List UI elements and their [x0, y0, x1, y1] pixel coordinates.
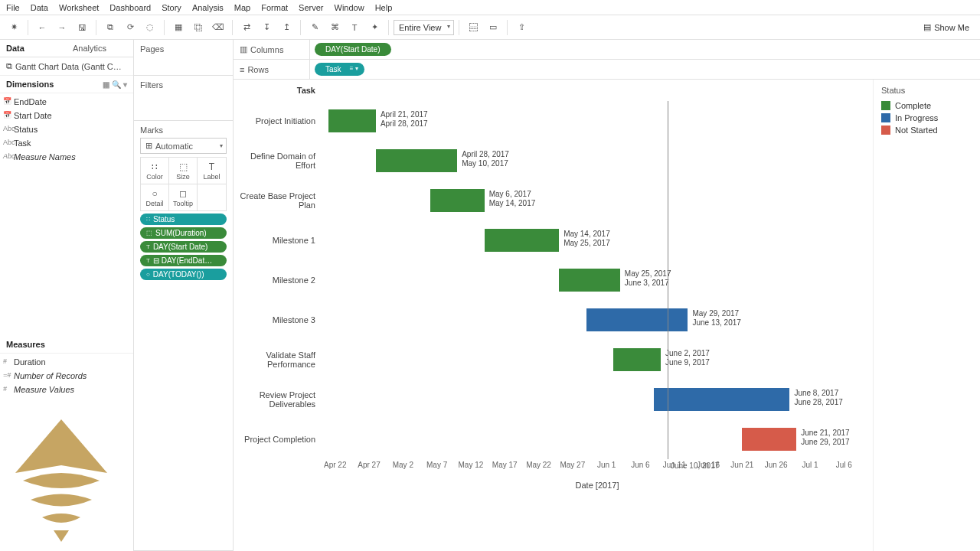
gantt-bar[interactable] — [485, 229, 559, 252]
legend-complete[interactable]: Complete — [881, 99, 972, 112]
tab-analytics[interactable]: Analytics — [67, 40, 133, 57]
tableau-icon[interactable]: ✷ — [5, 18, 23, 37]
pill-sum-duration-[interactable]: ⬚SUM(Duration) — [140, 227, 227, 239]
datasource-icon: ⧉ — [6, 61, 12, 71]
menu-file[interactable]: File — [6, 3, 20, 12]
pause-button[interactable]: ◌ — [141, 18, 159, 37]
marks-detail[interactable]: ○Detail — [141, 184, 169, 210]
fit-dropdown[interactable]: Entire View — [394, 20, 454, 35]
gantt-bar[interactable] — [559, 269, 620, 292]
field-start-date[interactable]: Start Date — [0, 109, 133, 122]
task-label: Milestone 1 — [234, 220, 322, 260]
gantt-icon: ⊞ — [145, 141, 152, 151]
gantt-bar[interactable] — [328, 109, 376, 132]
columns-icon: ▥ — [240, 44, 247, 54]
x-tick: May 7 — [426, 461, 447, 469]
menu-server[interactable]: Server — [299, 3, 323, 12]
pin-button[interactable]: ✦ — [365, 18, 384, 37]
task-label: Validate Staff Performance — [234, 340, 322, 380]
columns-shelf[interactable]: ▥Columns DAY(Start Date) — [234, 40, 980, 60]
field-measure-values[interactable]: Measure Values — [0, 383, 133, 396]
field-task[interactable]: Task — [0, 136, 133, 150]
field-enddate[interactable]: EndDate — [0, 95, 133, 109]
x-tick: May 27 — [560, 461, 585, 469]
reference-line: June 10, 2017 — [668, 101, 668, 459]
marks-type-dropdown[interactable]: ⊞ Automatic — [140, 138, 227, 154]
back-button[interactable]: ← — [33, 18, 51, 37]
marks-color[interactable]: ∷Color — [141, 158, 169, 184]
rows-icon: ≡ — [240, 65, 244, 74]
labels-button[interactable]: T — [345, 18, 364, 37]
cards-button[interactable]: ⿳ — [464, 18, 482, 37]
filters-card[interactable]: Filters — [134, 76, 233, 121]
legend-not-started[interactable]: Not Started — [881, 124, 972, 136]
menu-data[interactable]: Data — [31, 3, 48, 12]
field-measure-names[interactable]: Measure Names — [0, 150, 133, 164]
field-duration[interactable]: Duration — [0, 355, 133, 369]
pages-label: Pages — [140, 44, 227, 54]
group-button[interactable]: ⌘ — [325, 18, 344, 37]
gantt-plot[interactable]: April 21, 2017April 28, 2017April 28, 20… — [322, 80, 873, 551]
x-tick: May 2 — [393, 461, 413, 469]
x-tick: Jun 21 — [730, 461, 753, 469]
bar-label: April 21, 2017April 28, 2017 — [381, 110, 428, 129]
data-source[interactable]: ⧉ Gantt Chart Data (Gantt C… — [0, 57, 133, 76]
task-axis: Task Project InitiationDefine Domain of … — [234, 80, 322, 551]
presentation-button[interactable]: ▭ — [484, 18, 502, 37]
menu-worksheet[interactable]: Worksheet — [59, 3, 99, 12]
clear-button[interactable]: ⌫ — [209, 18, 227, 37]
new-data-button[interactable]: ⧉ — [101, 18, 119, 37]
marks-card: Marks ⊞ Automatic ∷Color⬚SizeTLabel○Deta… — [134, 121, 233, 551]
pill-day-today-[interactable]: ○DAY(TODAY()) — [140, 269, 227, 280]
menu-analysis[interactable]: Analysis — [192, 3, 224, 12]
tab-data[interactable]: Data — [0, 40, 67, 57]
marks-size[interactable]: ⬚Size — [169, 158, 198, 184]
gantt-bar[interactable] — [654, 388, 789, 411]
highlight-button[interactable]: ✎ — [305, 18, 324, 37]
rows-pill[interactable]: Task — [315, 63, 364, 76]
rows-label: Rows — [247, 65, 269, 74]
sort-asc-button[interactable]: ↧ — [257, 18, 276, 37]
forward-button[interactable]: → — [53, 18, 71, 37]
marks-label: Marks — [140, 126, 227, 135]
show-me-button[interactable]: ▤ Show Me — [923, 22, 975, 32]
pill-day-start-date-[interactable]: TDAY(Start Date) — [140, 241, 227, 253]
gantt-bar[interactable] — [430, 189, 485, 212]
menu-help[interactable]: Help — [375, 3, 393, 12]
pages-card[interactable]: Pages — [134, 40, 233, 76]
x-tick: Apr 22 — [324, 461, 346, 469]
sort-desc-button[interactable]: ↥ — [277, 18, 296, 37]
menu-format[interactable]: Format — [261, 3, 288, 12]
marks-label[interactable]: TLabel — [198, 158, 226, 184]
bar-label: May 14, 2017May 25, 2017 — [564, 230, 610, 248]
swap-button[interactable]: ⇄ — [237, 18, 256, 37]
pill--day-enddat-[interactable]: T⊟ DAY(EndDat… — [140, 255, 227, 266]
legend: Status CompleteIn ProgressNot Started — [873, 80, 980, 551]
marks-tooltip[interactable]: ◻Tooltip — [169, 184, 198, 210]
field-status[interactable]: Status — [0, 122, 133, 136]
task-label: Define Domain of Effort — [234, 141, 322, 181]
menu-window[interactable]: Window — [335, 3, 364, 12]
refresh-button[interactable]: ⟳ — [121, 18, 139, 37]
duplicate-button[interactable]: ⿻ — [189, 18, 207, 37]
new-sheet-button[interactable]: ▦ — [169, 18, 188, 37]
show-me-icon: ▤ — [923, 22, 931, 32]
share-button[interactable]: ⇪ — [512, 18, 531, 37]
menu-dashboard[interactable]: Dashboard — [109, 3, 151, 12]
gantt-bar[interactable] — [742, 428, 796, 451]
bar-label: June 21, 2017June 29, 2017 — [801, 429, 849, 447]
menu-story[interactable]: Story — [162, 3, 181, 12]
menu-map[interactable]: Map — [234, 3, 250, 12]
rows-shelf[interactable]: ≡Rows Task — [234, 60, 980, 80]
gantt-bar[interactable] — [376, 149, 457, 172]
columns-pill[interactable]: DAY(Start Date) — [315, 43, 391, 56]
gantt-bar[interactable] — [586, 308, 688, 331]
save-button[interactable]: 🖫 — [73, 18, 91, 37]
field-number-of-records[interactable]: Number of Records — [0, 369, 133, 383]
pill-status[interactable]: ∷Status — [140, 214, 227, 225]
x-tick: May 12 — [459, 461, 484, 469]
gantt-bar[interactable] — [613, 348, 661, 371]
legend-in-progress[interactable]: In Progress — [881, 112, 972, 124]
bar-label: June 8, 2017June 28, 2017 — [794, 389, 842, 407]
bar-label: June 2, 2017June 9, 2017 — [665, 349, 710, 367]
